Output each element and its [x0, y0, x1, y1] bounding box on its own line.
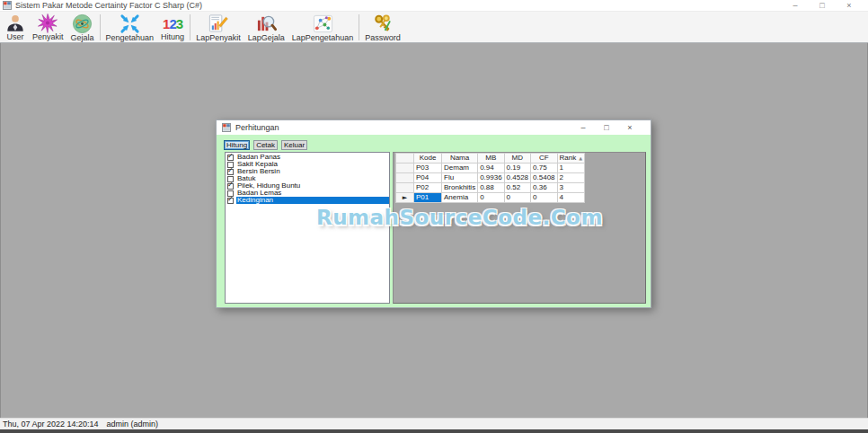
- grid-cell[interactable]: Flu: [442, 173, 478, 183]
- close-button[interactable]: ×: [836, 0, 863, 12]
- keluar-button[interactable]: Keluar: [281, 140, 307, 150]
- grid-row: P03Demam0.940.190.751: [396, 163, 585, 173]
- chart-magnifier-icon: [256, 13, 277, 34]
- checkbox-checked-icon[interactable]: ✓: [227, 183, 234, 190]
- disease-starburst-icon: [38, 13, 58, 33]
- minimize-button[interactable]: –: [782, 0, 809, 12]
- grid-row-header[interactable]: [396, 163, 414, 173]
- watermark-text: RumahSourceCode.Com: [316, 206, 603, 229]
- numbers-123-icon: 123: [163, 13, 182, 33]
- grid-header-row: KodeNamaMBMDCFRank▲: [396, 154, 585, 163]
- checklist-item-label: Kedinginan: [236, 197, 389, 204]
- grid-row-header-current[interactable]: ►: [396, 193, 414, 203]
- toolbar-button-password[interactable]: Password: [361, 13, 404, 42]
- grid-column-header-kode[interactable]: Kode: [414, 154, 442, 163]
- sort-ascending-icon: ▲: [579, 155, 582, 161]
- statusbar-datetime: Thu, 07 Apr 2022 14:20:14: [3, 419, 99, 429]
- dialog-title: Perhitungan: [235, 123, 279, 132]
- results-grid: KodeNamaMBMDCFRank▲P03Demam0.940.190.751…: [395, 153, 585, 203]
- maximize-button[interactable]: □: [809, 0, 836, 12]
- check-mark-icon: ✓: [227, 181, 234, 189]
- checkbox-checked-icon[interactable]: ✓: [227, 169, 234, 175]
- toolbar-button-lappenyakit[interactable]: LapPenyakit: [192, 13, 244, 42]
- check-mark-icon: ✓: [227, 153, 234, 160]
- grid-cell[interactable]: Anemia: [442, 193, 478, 203]
- toolbar-label: LapPenyakit: [196, 34, 241, 42]
- grid-cell[interactable]: P04: [414, 173, 442, 183]
- grid-cell[interactable]: 0.88: [478, 183, 504, 193]
- grid-column-header-md[interactable]: MD: [504, 154, 530, 163]
- grid-cell[interactable]: 0.4528: [504, 173, 530, 183]
- dialog-form-icon: [222, 119, 231, 136]
- grid-corner-cell[interactable]: [396, 154, 414, 163]
- grid-cell[interactable]: Demam: [442, 163, 478, 173]
- grid-cell[interactable]: 0: [504, 193, 530, 203]
- check-mark-icon: ✓: [227, 196, 234, 203]
- cetak-button[interactable]: Cetak: [253, 140, 278, 150]
- grid-cell[interactable]: P03: [414, 163, 442, 173]
- toolbar-button-penyakit[interactable]: Penyakit: [29, 13, 67, 42]
- toolbar-button-user[interactable]: User: [2, 13, 29, 42]
- toolbar-label: Hitung: [161, 33, 184, 41]
- toolbar-label: LapPengetahuan: [292, 34, 354, 42]
- toolbar-button-lapgejala[interactable]: LapGejala: [244, 13, 288, 42]
- grid-cell[interactable]: Bronkhitis: [442, 183, 478, 193]
- symptom-atom-icon: [72, 13, 93, 34]
- toolbar-separator: [359, 14, 359, 40]
- mdi-desktop: Perhitungan – □ × HitungCetakKeluar ✓Bad…: [0, 43, 868, 418]
- current-row-arrow-icon: ►: [403, 194, 407, 201]
- grid-cell[interactable]: 2: [557, 173, 585, 183]
- grid-row-header[interactable]: [396, 173, 414, 183]
- grid-cell[interactable]: 4: [557, 193, 585, 203]
- grid-cell[interactable]: 0.94: [478, 163, 504, 173]
- dialog-close-button[interactable]: ×: [618, 120, 642, 135]
- window-title: Sistem Pakar Metode Certainty Factor C S…: [15, 1, 202, 10]
- dialog-minimize-button[interactable]: –: [571, 120, 595, 135]
- grid-cell[interactable]: 0: [478, 193, 504, 203]
- toolbar-separator: [100, 14, 101, 40]
- grid-cell[interactable]: 0.19: [504, 163, 530, 173]
- window-titlebar[interactable]: Sistem Pakar Metode Certainty Factor C S…: [0, 0, 868, 12]
- grid-column-header-mb[interactable]: MB: [478, 154, 504, 163]
- grid-cell[interactable]: 3: [557, 183, 585, 193]
- checkbox-checked-icon[interactable]: ✓: [227, 198, 234, 204]
- knowledge-arrows-icon: [120, 13, 140, 34]
- grid-cell[interactable]: 0.36: [531, 183, 557, 193]
- toolbar: UserPenyakitGejalaPengetahuan123HitungLa…: [0, 12, 868, 43]
- checklist-item[interactable]: ✓Kedinginan: [226, 197, 389, 204]
- toolbar-button-gejala[interactable]: Gejala: [67, 13, 98, 42]
- user-icon: [5, 13, 25, 33]
- grid-cell[interactable]: 0.52: [504, 183, 530, 193]
- checkbox-checked-icon[interactable]: ✓: [227, 155, 234, 161]
- grid-column-header-nama[interactable]: Nama: [442, 154, 478, 163]
- grid-cell[interactable]: P02: [414, 183, 442, 193]
- hitung-button[interactable]: Hitung: [224, 140, 250, 150]
- report-chart-pencil-icon: [208, 13, 228, 34]
- grid-cell[interactable]: 1: [557, 163, 585, 173]
- grid-cell[interactable]: 0.75: [531, 163, 557, 173]
- dialog-button-row: HitungCetakKeluar: [224, 140, 307, 150]
- toolbar-label: User: [6, 33, 23, 41]
- grid-row: ►P01Anemia0004: [396, 193, 585, 203]
- grid-cell[interactable]: 0: [531, 193, 557, 203]
- grid-row: P04Flu0.99360.45280.54082: [396, 173, 585, 183]
- checklist-item-label: Bersin Bersin: [236, 168, 389, 175]
- grid-column-header-rank[interactable]: Rank▲: [557, 154, 585, 163]
- grid-cell[interactable]: P01: [414, 193, 442, 203]
- toolbar-label: Password: [365, 34, 401, 42]
- dialog-titlebar[interactable]: Perhitungan – □ ×: [217, 120, 651, 135]
- application-window: Sistem Pakar Metode Certainty Factor C S…: [0, 0, 868, 433]
- check-mark-icon: ✓: [227, 167, 234, 174]
- dialog-maximize-button[interactable]: □: [595, 120, 618, 135]
- toolbar-button-hitung[interactable]: 123Hitung: [157, 13, 188, 42]
- toolbar-button-pengetahuan[interactable]: Pengetahuan: [102, 13, 158, 42]
- window-bottom-border: [0, 429, 868, 433]
- grid-column-header-cf[interactable]: CF: [531, 154, 557, 163]
- grid-row: P02Bronkhitis0.880.520.363: [396, 183, 585, 193]
- grid-row-header[interactable]: [396, 183, 414, 193]
- toolbar-button-lappengetahuan[interactable]: LapPengetahuan: [288, 13, 358, 42]
- grid-cell[interactable]: 0.5408: [531, 173, 557, 183]
- grid-cell[interactable]: 0.9936: [478, 173, 504, 183]
- toolbar-label: LapGejala: [248, 34, 285, 42]
- toolbar-label: Pengetahuan: [106, 34, 155, 42]
